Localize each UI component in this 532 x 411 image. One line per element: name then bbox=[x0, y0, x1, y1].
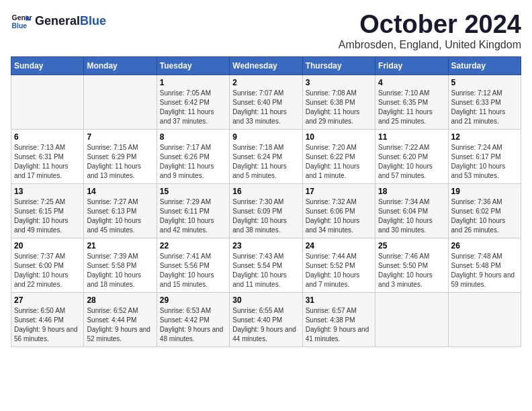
day-number: 3 bbox=[306, 78, 372, 87]
day-info: Sunrise: 7:15 AMSunset: 6:29 PMDaylight:… bbox=[87, 143, 153, 181]
day-number: 14 bbox=[87, 187, 153, 196]
day-info: Sunrise: 7:08 AMSunset: 6:38 PMDaylight:… bbox=[306, 89, 372, 126]
logo: General Blue GeneralBlue bbox=[11, 11, 106, 32]
day-info: Sunrise: 7:22 AMSunset: 6:20 PMDaylight:… bbox=[378, 143, 445, 181]
day-cell: 5Sunrise: 7:12 AMSunset: 6:33 PMDaylight… bbox=[448, 75, 521, 129]
day-info: Sunrise: 7:37 AMSunset: 6:00 PMDaylight:… bbox=[14, 252, 81, 289]
day-number: 13 bbox=[14, 187, 81, 196]
day-cell bbox=[448, 292, 521, 347]
day-info: Sunrise: 6:55 AMSunset: 4:40 PMDaylight:… bbox=[232, 306, 299, 344]
header-wednesday: Wednesday bbox=[230, 56, 302, 75]
day-info: Sunrise: 7:46 AMSunset: 5:50 PMDaylight:… bbox=[378, 252, 445, 289]
day-number: 17 bbox=[306, 187, 372, 196]
title-area: October 2024 Ambrosden, England, United … bbox=[339, 11, 521, 51]
location: Ambrosden, England, United Kingdom bbox=[339, 39, 521, 51]
day-info: Sunrise: 7:17 AMSunset: 6:26 PMDaylight:… bbox=[160, 143, 226, 181]
day-number: 12 bbox=[451, 132, 518, 142]
day-info: Sunrise: 7:29 AMSunset: 6:11 PMDaylight:… bbox=[160, 197, 226, 235]
header-sunday: Sunday bbox=[11, 56, 84, 75]
day-info: Sunrise: 6:50 AMSunset: 4:46 PMDaylight:… bbox=[14, 306, 81, 344]
day-info: Sunrise: 7:05 AMSunset: 6:42 PMDaylight:… bbox=[160, 89, 226, 126]
day-cell: 21Sunrise: 7:39 AMSunset: 5:58 PMDayligh… bbox=[84, 238, 157, 292]
day-cell: 11Sunrise: 7:22 AMSunset: 6:20 PMDayligh… bbox=[375, 129, 448, 183]
day-number: 11 bbox=[378, 132, 445, 142]
day-info: Sunrise: 7:07 AMSunset: 6:40 PMDaylight:… bbox=[232, 89, 299, 126]
day-cell: 25Sunrise: 7:46 AMSunset: 5:50 PMDayligh… bbox=[375, 238, 448, 292]
day-number: 1 bbox=[160, 78, 226, 87]
day-info: Sunrise: 6:57 AMSunset: 4:38 PMDaylight:… bbox=[306, 306, 372, 344]
day-info: Sunrise: 7:13 AMSunset: 6:31 PMDaylight:… bbox=[14, 143, 81, 181]
day-cell: 31Sunrise: 6:57 AMSunset: 4:38 PMDayligh… bbox=[302, 292, 375, 347]
day-cell: 12Sunrise: 7:24 AMSunset: 6:17 PMDayligh… bbox=[448, 129, 521, 183]
header-thursday: Thursday bbox=[302, 56, 375, 75]
day-number: 21 bbox=[87, 241, 153, 250]
day-number: 6 bbox=[14, 132, 81, 142]
day-cell: 2Sunrise: 7:07 AMSunset: 6:40 PMDaylight… bbox=[230, 75, 302, 129]
day-cell bbox=[11, 75, 84, 129]
day-cell: 14Sunrise: 7:27 AMSunset: 6:13 PMDayligh… bbox=[84, 183, 157, 238]
day-number: 26 bbox=[451, 241, 518, 250]
header-friday: Friday bbox=[375, 56, 448, 75]
day-cell: 4Sunrise: 7:10 AMSunset: 6:35 PMDaylight… bbox=[375, 75, 448, 129]
calendar-table: SundayMondayTuesdayWednesdayThursdayFrid… bbox=[11, 56, 521, 347]
day-cell: 22Sunrise: 7:41 AMSunset: 5:56 PMDayligh… bbox=[157, 238, 229, 292]
svg-text:Blue: Blue bbox=[12, 22, 28, 30]
day-cell: 15Sunrise: 7:29 AMSunset: 6:11 PMDayligh… bbox=[157, 183, 229, 238]
day-info: Sunrise: 7:20 AMSunset: 6:22 PMDaylight:… bbox=[306, 143, 372, 181]
day-number: 30 bbox=[232, 295, 299, 305]
day-cell: 27Sunrise: 6:50 AMSunset: 4:46 PMDayligh… bbox=[11, 292, 84, 347]
day-info: Sunrise: 7:25 AMSunset: 6:15 PMDaylight:… bbox=[14, 197, 81, 235]
day-cell: 23Sunrise: 7:43 AMSunset: 5:54 PMDayligh… bbox=[230, 238, 302, 292]
day-cell: 30Sunrise: 6:55 AMSunset: 4:40 PMDayligh… bbox=[230, 292, 302, 347]
day-info: Sunrise: 7:30 AMSunset: 6:09 PMDaylight:… bbox=[232, 197, 299, 235]
day-number: 23 bbox=[232, 241, 299, 250]
day-number: 19 bbox=[451, 187, 518, 196]
week-row-1: 1Sunrise: 7:05 AMSunset: 6:42 PMDaylight… bbox=[11, 75, 521, 129]
day-info: Sunrise: 7:41 AMSunset: 5:56 PMDaylight:… bbox=[160, 252, 226, 289]
day-info: Sunrise: 7:12 AMSunset: 6:33 PMDaylight:… bbox=[451, 89, 518, 126]
day-cell: 17Sunrise: 7:32 AMSunset: 6:06 PMDayligh… bbox=[302, 183, 375, 238]
week-row-4: 20Sunrise: 7:37 AMSunset: 6:00 PMDayligh… bbox=[11, 238, 521, 292]
day-info: Sunrise: 7:39 AMSunset: 5:58 PMDaylight:… bbox=[87, 252, 153, 289]
logo-icon: General Blue bbox=[11, 11, 32, 32]
day-cell: 24Sunrise: 7:44 AMSunset: 5:52 PMDayligh… bbox=[302, 238, 375, 292]
day-cell bbox=[84, 75, 157, 129]
day-number: 27 bbox=[14, 295, 81, 305]
header-monday: Monday bbox=[84, 56, 157, 75]
day-cell: 9Sunrise: 7:18 AMSunset: 6:24 PMDaylight… bbox=[230, 129, 302, 183]
day-cell: 6Sunrise: 7:13 AMSunset: 6:31 PMDaylight… bbox=[11, 129, 84, 183]
svg-text:General: General bbox=[12, 14, 32, 21]
day-info: Sunrise: 7:10 AMSunset: 6:35 PMDaylight:… bbox=[378, 89, 445, 126]
day-cell: 16Sunrise: 7:30 AMSunset: 6:09 PMDayligh… bbox=[230, 183, 302, 238]
header-saturday: Saturday bbox=[448, 56, 521, 75]
day-cell: 28Sunrise: 6:52 AMSunset: 4:44 PMDayligh… bbox=[84, 292, 157, 347]
day-info: Sunrise: 7:44 AMSunset: 5:52 PMDaylight:… bbox=[306, 252, 372, 289]
header: General Blue GeneralBlue October 2024 Am… bbox=[11, 11, 521, 51]
day-info: Sunrise: 6:52 AMSunset: 4:44 PMDaylight:… bbox=[87, 306, 153, 344]
day-number: 25 bbox=[378, 241, 445, 250]
day-info: Sunrise: 6:53 AMSunset: 4:42 PMDaylight:… bbox=[160, 306, 226, 344]
day-number: 7 bbox=[87, 132, 153, 142]
month-title: October 2024 bbox=[339, 11, 521, 39]
day-cell: 18Sunrise: 7:34 AMSunset: 6:04 PMDayligh… bbox=[375, 183, 448, 238]
day-number: 28 bbox=[87, 295, 153, 305]
day-info: Sunrise: 7:18 AMSunset: 6:24 PMDaylight:… bbox=[232, 143, 299, 181]
day-info: Sunrise: 7:36 AMSunset: 6:02 PMDaylight:… bbox=[451, 197, 518, 235]
day-number: 31 bbox=[306, 295, 372, 305]
day-number: 10 bbox=[306, 132, 372, 142]
day-cell: 10Sunrise: 7:20 AMSunset: 6:22 PMDayligh… bbox=[302, 129, 375, 183]
day-number: 22 bbox=[160, 241, 226, 250]
day-number: 20 bbox=[14, 241, 81, 250]
day-cell: 13Sunrise: 7:25 AMSunset: 6:15 PMDayligh… bbox=[11, 183, 84, 238]
day-cell: 3Sunrise: 7:08 AMSunset: 6:38 PMDaylight… bbox=[302, 75, 375, 129]
day-number: 4 bbox=[378, 78, 445, 87]
day-cell: 7Sunrise: 7:15 AMSunset: 6:29 PMDaylight… bbox=[84, 129, 157, 183]
day-cell bbox=[375, 292, 448, 347]
day-info: Sunrise: 7:48 AMSunset: 5:48 PMDaylight:… bbox=[451, 252, 518, 289]
day-cell: 1Sunrise: 7:05 AMSunset: 6:42 PMDaylight… bbox=[157, 75, 229, 129]
calendar-header-row: SundayMondayTuesdayWednesdayThursdayFrid… bbox=[11, 56, 521, 75]
day-info: Sunrise: 7:34 AMSunset: 6:04 PMDaylight:… bbox=[378, 197, 445, 235]
calendar-body: 1Sunrise: 7:05 AMSunset: 6:42 PMDaylight… bbox=[11, 75, 521, 347]
week-row-5: 27Sunrise: 6:50 AMSunset: 4:46 PMDayligh… bbox=[11, 292, 521, 347]
day-number: 16 bbox=[232, 187, 299, 196]
